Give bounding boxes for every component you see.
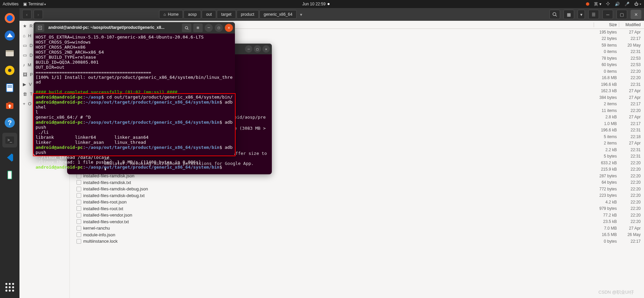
file-icon (77, 213, 81, 218)
column-modified[interactable]: Modified (619, 22, 644, 27)
dock-firefox[interactable] (2, 11, 17, 25)
file-row[interactable]: installed-files-root.json4.2 kB22:20 (70, 199, 644, 205)
svg-rect-4 (6, 50, 14, 52)
show-applications[interactable] (2, 280, 17, 295)
files-toolbar: ‹ › ⌂ Homeaospouttargetproductgeneric_x8… (19, 8, 644, 21)
breadcrumb: ⌂ Homeaospouttargetproductgeneric_x86_64 (159, 10, 297, 19)
sidebar-icon: 🗑 (23, 92, 27, 97)
svg-rect-11 (8, 102, 11, 104)
dock-writer[interactable] (2, 80, 17, 95)
nav-forward[interactable]: › (34, 10, 43, 19)
clock[interactable]: Jun 10 22:59 (302, 2, 330, 6)
window-minimize[interactable]: ─ (602, 10, 613, 19)
terminal-minimize[interactable]: ─ (205, 24, 213, 32)
dock-files[interactable] (2, 46, 17, 60)
volume-icon[interactable]: 🔊 (615, 2, 620, 6)
svg-point-22 (185, 26, 187, 28)
dock-software[interactable] (2, 98, 17, 113)
sidebar-icon: ★ (23, 23, 27, 28)
svg-point-17 (553, 13, 556, 16)
ime-indicator[interactable]: 英 ▾ (594, 1, 601, 7)
terminal-menu-button[interactable]: ≡ (193, 23, 203, 32)
dock-terminal[interactable]: >_ (2, 133, 17, 147)
svg-rect-9 (7, 87, 12, 87)
breadcrumb-item[interactable]: target (217, 10, 236, 19)
file-icon (77, 232, 81, 237)
bg-window-maximize[interactable]: ▢ (254, 45, 261, 53)
terminal-close[interactable]: ✕ (225, 24, 233, 32)
power-icon[interactable]: ⏻ ▾ (634, 2, 641, 6)
home-icon: ⌂ (163, 12, 166, 17)
dock-scrcpy[interactable] (2, 168, 17, 182)
file-icon (77, 239, 81, 244)
network-icon[interactable]: ⯎ (606, 2, 610, 6)
breadcrumb-item[interactable]: ⌂ Home (159, 10, 183, 19)
file-row[interactable]: installed-files-ramdisk-debug.txt223 byt… (70, 192, 644, 199)
svg-line-18 (556, 15, 557, 17)
window-close[interactable]: ✕ (631, 10, 641, 19)
terminal-icon: ▣ (23, 2, 27, 6)
file-icon (77, 226, 81, 231)
file-icon (77, 193, 81, 198)
file-row[interactable]: multiinstance.lock0 bytes22:17 (70, 238, 644, 245)
file-row[interactable]: installed-files-ramdisk.txt64 bytes22:20 (70, 179, 644, 186)
column-size[interactable]: Size (594, 22, 619, 27)
svg-rect-7 (6, 84, 13, 92)
svg-rect-8 (7, 85, 12, 86)
update-available-icon[interactable] (586, 2, 589, 6)
app-menu[interactable]: ▣ Terminal (23, 2, 46, 6)
notification-dot-icon (328, 3, 330, 5)
svg-line-23 (187, 28, 188, 29)
svg-text:>_: >_ (7, 138, 12, 142)
dock-help[interactable]: ? (2, 115, 17, 130)
svg-text:?: ? (8, 119, 12, 126)
breadcrumb-item[interactable]: aosp (184, 10, 201, 19)
file-icon (77, 206, 81, 211)
breadcrumb-item[interactable]: product (237, 10, 259, 19)
file-row[interactable]: installed-files-vendor.txt23.5 kB22:20 (70, 219, 644, 225)
file-icon (77, 187, 81, 191)
file-row[interactable]: installed-files-root.txt979 bytes22:20 (70, 205, 644, 212)
file-row[interactable]: installed-files-vendor.json77.2 kB22:20 (70, 212, 644, 219)
bg-window-close[interactable]: ✕ (262, 45, 270, 53)
file-row[interactable]: module-info.json16.5 MB26 May (70, 232, 644, 238)
sidebar-icon: ⌂ (23, 33, 26, 38)
file-icon (77, 200, 81, 204)
breadcrumb-item[interactable]: out (202, 10, 216, 19)
dock-thunderbird[interactable] (2, 28, 17, 43)
activities-button[interactable]: Activities (3, 2, 18, 6)
sidebar-icon: ▭ (23, 43, 27, 48)
search-button[interactable] (549, 10, 560, 19)
svg-rect-16 (8, 171, 12, 179)
mic-icon[interactable]: 🎤 (625, 2, 630, 6)
new-tab-button[interactable] (36, 24, 44, 32)
terminal-content[interactable]: HOST_OS_EXTRA=Linux-5.15.0-107-generic-x… (34, 34, 235, 171)
nav-back[interactable]: ‹ (22, 10, 32, 19)
dock: ? >_ (0, 8, 19, 298)
terminal-titlebar: android@android-pc: ~/aosp/out/target/pr… (34, 22, 235, 34)
sidebar-icon: ▶ (23, 82, 26, 87)
view-dropdown[interactable]: ▾ (578, 10, 585, 19)
window-maximize[interactable]: ▢ (616, 10, 627, 19)
dock-vscode[interactable] (2, 150, 17, 165)
terminal-search-button[interactable] (182, 23, 191, 32)
hamburger-menu[interactable]: ☰ (588, 10, 599, 19)
breadcrumb-item[interactable]: generic_x86_64 (259, 10, 297, 19)
svg-point-1 (7, 15, 13, 21)
bg-window-minimize[interactable]: ─ (245, 45, 252, 53)
top-panel: Activities ▣ Terminal Jun 10 22:59 英 ▾ ⯎… (0, 0, 644, 8)
terminal-window[interactable]: android@android-pc: ~/aosp/out/target/pr… (34, 22, 235, 156)
sidebar-icon: + (23, 101, 26, 106)
sidebar-icon: 🖼 (23, 72, 27, 77)
sidebar-icon: ♪ (23, 62, 25, 67)
svg-point-6 (8, 69, 11, 72)
terminal-maximize[interactable]: ▢ (215, 24, 223, 32)
view-grid-button[interactable]: ▦ (563, 10, 574, 19)
sidebar-icon: ▭ (23, 53, 27, 58)
chevron-down-icon[interactable]: ▾ (300, 12, 302, 17)
watermark: CSDN @职业UI仔 (598, 289, 634, 295)
file-row[interactable]: kernel-ranchu7.0 MB27 Apr (70, 225, 644, 232)
file-icon (77, 219, 81, 224)
dock-rhythmbox[interactable] (2, 63, 17, 78)
file-row[interactable]: installed-files-ramdisk-debug.json772 by… (70, 186, 644, 192)
